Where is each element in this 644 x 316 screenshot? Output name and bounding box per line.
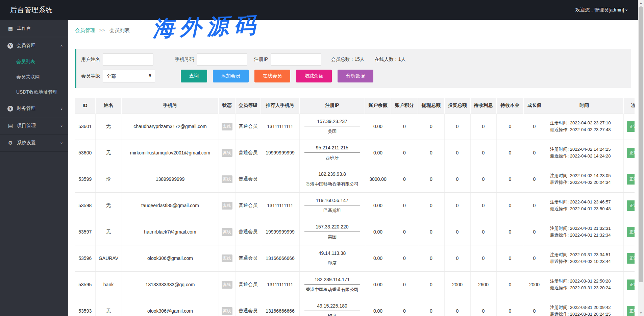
scroll-down-icon[interactable]: ▼ — [638, 310, 644, 316]
sidebar-item-finance-management[interactable]: ¥财务管理∨ — [0, 100, 68, 117]
normal-status-button[interactable]: 正常 — [627, 200, 635, 211]
normal-status-button[interactable]: 正常 — [627, 227, 635, 237]
column-header-4: 会员等级 — [235, 98, 261, 113]
status-cell: 离线 — [219, 298, 235, 316]
table-row: 53599玲13899999999离线普通会员182.239.93.8香港中国移… — [75, 166, 635, 192]
register-ip-input[interactable] — [271, 53, 321, 66]
member-level: 普通会员 — [235, 271, 261, 298]
username-input[interactable] — [103, 53, 153, 66]
time-cell: 注册时间: 2022-03-31 23:34:51最近操作: 2022-04-0… — [545, 245, 623, 271]
query-button[interactable]: 查询 — [181, 70, 207, 82]
sidebar-item-system-settings[interactable]: ⚙系统设置∨ — [0, 135, 68, 151]
invest-total: 0 — [444, 113, 470, 140]
offline-status-badge: 离线 — [222, 228, 232, 236]
member-table: ID姓名手机号状态会员等级推荐人手机号注册IP账户余额账户积分提现总额投资总额待… — [75, 98, 635, 316]
account-points: 0 — [391, 192, 418, 219]
sidebar-item-usdt-address[interactable]: USDT收款地址管理 — [0, 84, 68, 100]
normal-status-button[interactable]: 正常 — [627, 279, 635, 290]
referrer-phone — [261, 166, 299, 192]
sidebar-item-member-network[interactable]: 会员关联网 — [0, 69, 68, 84]
register-time: 注册时间: 2022-04-02 23:27:10 — [550, 120, 622, 126]
sidebar-item-member-management[interactable]: V会员管理∧ — [0, 37, 68, 54]
register-time: 注册时间: 2022-03-31 23:34:51 — [550, 251, 622, 258]
member-level: 普通会员 — [235, 219, 261, 245]
normal-status-button[interactable]: 正常 — [627, 148, 635, 158]
invest-total: 0 — [444, 298, 470, 316]
column-header-12: 待收本金 — [496, 98, 524, 113]
referrer-phone: 13111111111 — [261, 113, 299, 140]
scrollbar-thumb[interactable] — [639, 6, 643, 282]
normal-status-button[interactable]: 正常 — [627, 253, 635, 264]
analyze-data-button[interactable]: 分析数据 — [338, 70, 373, 82]
invest-total: 0 — [444, 166, 470, 192]
column-header-3: 状态 — [219, 98, 235, 113]
account-points: 0 — [391, 219, 418, 245]
register-ip-cell: 182.239.93.8香港中国移动香港有限公司 — [299, 166, 365, 192]
normal-status-button[interactable]: 正常 — [627, 174, 635, 185]
breadcrumb-parent-link[interactable]: 会员管理 — [75, 27, 95, 34]
finance-management-label: 财务管理 — [17, 105, 60, 112]
account-balance: 0.00 — [365, 140, 391, 166]
workbench-label: 工作台 — [17, 25, 63, 31]
member-name: 玲 — [95, 166, 122, 192]
pending-interest: 0 — [470, 192, 496, 219]
adjust-balance-button[interactable]: 增减余额 — [296, 70, 332, 82]
referrer-phone: 19999999999 — [261, 219, 299, 245]
add-member-button[interactable]: 添加会员 — [213, 70, 249, 82]
ip-region: 香港中国移动香港有限公司 — [301, 287, 364, 293]
ip-address: 157.33.220.220 — [304, 224, 360, 232]
ip-address: 95.214.211.215 — [304, 145, 360, 153]
sidebar-item-project-management[interactable]: ▤项目管理∨ — [0, 117, 68, 134]
register-time: 注册时间: 2022-04-02 14:23:05 — [550, 172, 622, 179]
username-label: 用户姓名 — [81, 56, 100, 63]
member-name: 无 — [95, 192, 122, 219]
column-header-0: ID — [75, 98, 95, 113]
withdraw-total: 0 — [418, 271, 444, 298]
member-id: 53598 — [75, 192, 95, 219]
frozen-status-cell: 正常 — [623, 166, 635, 192]
member-account: 13133333333@qq.com — [122, 271, 219, 298]
status-cell: 离线 — [219, 113, 235, 140]
scroll-up-icon[interactable]: ▲ — [638, 0, 644, 6]
last-operate-time: 最近操作: 2022-04-01 23:50:48 — [550, 205, 622, 212]
withdraw-total: 0 — [418, 192, 444, 219]
sidebar-item-member-list[interactable]: 会员列表 — [0, 54, 68, 69]
member-id: 53601 — [75, 113, 95, 140]
member-id: 53595 — [75, 271, 95, 298]
column-header-8: 账户积分 — [391, 98, 418, 113]
system-settings-label: 系统设置 — [17, 140, 60, 146]
normal-status-button[interactable]: 正常 — [627, 121, 635, 132]
breadcrumb: 会员管理 >> 会员列表 — [68, 20, 638, 41]
member-level: 普通会员 — [235, 166, 261, 192]
growth-value: 0 — [524, 166, 545, 192]
phone-input[interactable] — [197, 53, 247, 66]
member-level-select[interactable]: 全部 — [103, 70, 155, 82]
time-cell: 注册时间: 2022-04-02 23:27:10最近操作: 2022-04-0… — [545, 113, 623, 140]
growth-value: 2000 — [524, 271, 545, 298]
withdraw-total: 0 — [418, 166, 444, 192]
status-cell: 离线 — [219, 166, 235, 192]
offline-status-badge: 离线 — [222, 149, 232, 157]
admin-user-menu[interactable]: 欢迎您，管理员[admin] ∨ — [575, 7, 628, 13]
ip-region: 印度 — [301, 313, 364, 316]
register-ip-cell: 182.239.114.171香港中国移动香港有限公司 — [299, 271, 365, 298]
invest-total: 0 — [444, 192, 470, 219]
register-ip-cell: 157.39.23.237美国 — [299, 113, 365, 140]
sidebar-item-workbench[interactable]: ▦工作台 — [0, 20, 68, 37]
normal-status-button[interactable]: 正常 — [627, 306, 635, 316]
member-account: chaudharyprizam3172@gmail.com — [122, 113, 219, 140]
chevron-up-icon: ∧ — [60, 44, 63, 48]
ip-region: 印度 — [301, 260, 364, 266]
withdraw-total: 0 — [418, 245, 444, 271]
pending-principal: 0 — [496, 271, 524, 298]
withdraw-total: 0 — [418, 298, 444, 316]
vertical-scrollbar[interactable]: ▲ ▼ — [638, 0, 644, 316]
last-operate-time: 最近操作: 2022-04-01 21:32:34 — [550, 232, 622, 239]
offline-status-badge: 离线 — [222, 175, 232, 183]
offline-status-badge: 离线 — [222, 281, 232, 289]
breadcrumb-current: 会员列表 — [109, 27, 130, 34]
app-title: 后台管理系统 — [10, 5, 53, 15]
chevron-down-icon: ∨ — [625, 8, 628, 12]
account-points: 0 — [391, 298, 418, 316]
online-members-button[interactable]: 在线会员 — [254, 70, 290, 82]
